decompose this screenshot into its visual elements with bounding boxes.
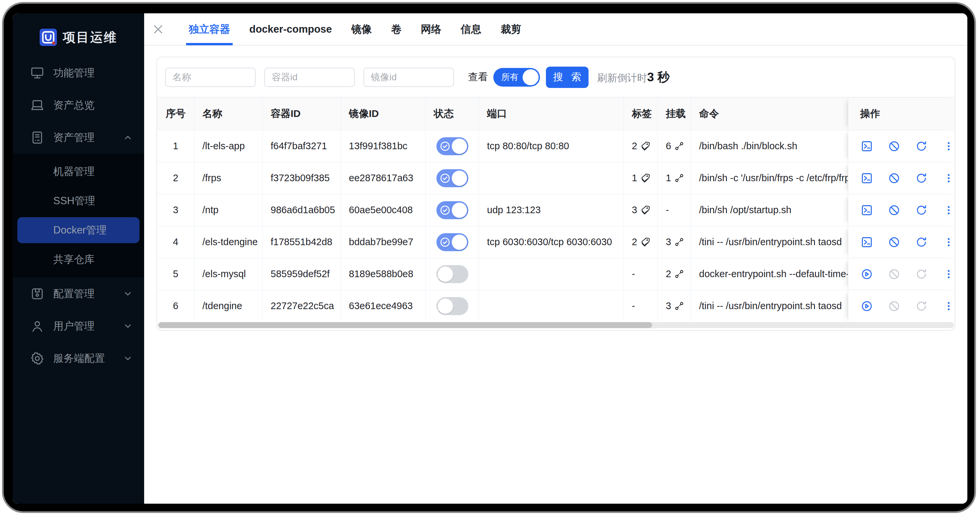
restart-icon[interactable]: [915, 204, 928, 217]
close-icon[interactable]: [151, 23, 165, 36]
monitor-icon: [30, 65, 45, 80]
more-icon[interactable]: [942, 204, 955, 217]
sidebar-item[interactable]: 资产管理: [13, 121, 144, 153]
status-switch[interactable]: [436, 169, 468, 187]
link-icon: [674, 173, 684, 183]
tab-网络[interactable]: 网络: [421, 13, 441, 45]
cell-command: /tini -- /usr/bin/entrypoint.sh taosd: [691, 290, 848, 322]
status-switch[interactable]: [436, 201, 468, 219]
cell-command: docker-entrypoint.sh --default-time-: [691, 258, 848, 290]
tags-count: -: [632, 300, 635, 311]
tab-独立容器[interactable]: 独立容器: [189, 13, 230, 45]
cell-image-id: bddab7be99e7: [341, 226, 426, 258]
refresh-countdown: 刷新倒计时3 秒: [597, 69, 670, 86]
server-icon: [30, 130, 45, 145]
terminal-icon[interactable]: [860, 204, 873, 217]
stop-icon[interactable]: [888, 204, 901, 217]
containers-table: 序号名称容器ID镜像ID状态端口标签挂载命令操作 1/lt-els-appf64…: [157, 97, 955, 328]
restart-icon[interactable]: [915, 236, 928, 249]
terminal-icon[interactable]: [860, 140, 873, 153]
more-icon[interactable]: [942, 172, 955, 185]
sidebar-item[interactable]: 配置管理: [13, 278, 144, 310]
sidebar-subitem[interactable]: SSH管理: [13, 186, 144, 215]
cell-name: /lt-els-app: [194, 130, 262, 162]
sidebar-item[interactable]: 资产总览: [13, 89, 144, 121]
sidebar-item-label: 服务端配置: [53, 351, 123, 365]
column-header: 命令: [691, 97, 848, 130]
tag-icon: [640, 237, 651, 247]
column-header: 镜像ID: [341, 97, 426, 130]
cell-status: [426, 162, 479, 194]
more-icon[interactable]: [942, 140, 955, 153]
cell-container-id: f178551b42d8: [262, 226, 341, 258]
cell-name: /els-mysql: [194, 258, 262, 290]
status-switch[interactable]: [436, 137, 468, 155]
cell-mounts: 3: [658, 290, 691, 322]
sidebar: 项目运维 功能管理资产总览资产管理机器管理SSH管理Docker管理共享仓库配置…: [13, 13, 144, 504]
sidebar-item[interactable]: 功能管理: [13, 57, 144, 89]
sidebar-item-label: 配置管理: [53, 287, 123, 301]
stop-icon[interactable]: [888, 236, 901, 249]
app-title: 项目运维: [63, 29, 118, 46]
tab-docker-compose[interactable]: docker-compose: [249, 13, 332, 45]
sidebar-subitem[interactable]: Docker管理: [18, 217, 140, 243]
sidebar-subitem[interactable]: 共享仓库: [13, 245, 144, 274]
column-header: 序号: [157, 97, 194, 130]
table-row: 4/els-tdenginef178551b42d8bddab7be99e7tc…: [157, 226, 955, 258]
column-header: 名称: [194, 97, 262, 130]
start-icon[interactable]: [860, 300, 873, 313]
cell-actions: [848, 162, 955, 194]
tag-icon: [640, 205, 651, 215]
view-label: 查看: [468, 70, 488, 84]
stop-icon[interactable]: [888, 140, 901, 153]
status-switch[interactable]: [436, 233, 468, 251]
cell-actions: [848, 258, 955, 290]
sidebar-item[interactable]: 服务端配置: [13, 342, 144, 375]
tab-裁剪[interactable]: 裁剪: [501, 13, 521, 45]
app-window: 项目运维 功能管理资产总览资产管理机器管理SSH管理Docker管理共享仓库配置…: [13, 13, 967, 504]
cell-ports: tcp 80:80/tcp 80:80: [479, 130, 624, 162]
restart-icon[interactable]: [915, 140, 928, 153]
sidebar-item-label: 功能管理: [53, 66, 133, 80]
sidebar-submenu: 机器管理SSH管理Docker管理共享仓库: [13, 153, 144, 278]
switch-knob: [438, 266, 453, 282]
tab-卷[interactable]: 卷: [391, 13, 401, 45]
name-filter-input[interactable]: [165, 68, 256, 87]
column-header: 挂载: [658, 97, 691, 130]
switch-knob: [438, 298, 453, 314]
search-button[interactable]: 搜 索: [546, 67, 589, 88]
sidebar-item[interactable]: 用户管理: [13, 310, 144, 342]
status-switch[interactable]: [436, 265, 468, 283]
tab-镜像[interactable]: 镜像: [351, 13, 372, 45]
sidebar-subitem[interactable]: 机器管理: [13, 157, 144, 186]
check-circle-icon: [436, 236, 451, 248]
view-all-toggle[interactable]: 所有: [493, 68, 540, 87]
image-id-filter-input[interactable]: [364, 68, 454, 87]
cell-tags: 3: [624, 194, 658, 226]
more-icon[interactable]: [942, 300, 955, 313]
start-icon[interactable]: [860, 268, 873, 281]
cell-index: 4: [157, 226, 194, 258]
terminal-icon[interactable]: [860, 236, 873, 249]
tab-信息[interactable]: 信息: [461, 13, 481, 45]
restart-icon[interactable]: [915, 172, 928, 185]
link-icon: [674, 301, 684, 311]
cell-mounts: 6: [658, 130, 691, 162]
status-switch[interactable]: [436, 297, 468, 315]
cell-mounts: 3: [658, 226, 691, 258]
restart-icon: [915, 300, 928, 313]
table-row: 2/frpsf3723b09f385ee2878617a6311/bin/sh …: [157, 162, 955, 194]
cell-name: /tdengine: [194, 290, 262, 322]
container-id-filter-input[interactable]: [264, 68, 355, 87]
check-circle-icon: [436, 204, 451, 216]
check-circle-icon: [436, 140, 451, 152]
cell-status: [426, 130, 479, 162]
cell-mounts: 2: [658, 258, 691, 290]
tag-icon: [640, 141, 651, 151]
scrollbar-thumb[interactable]: [158, 322, 652, 328]
terminal-icon[interactable]: [860, 172, 873, 185]
cell-name: /els-tdengine: [194, 226, 262, 258]
stop-icon[interactable]: [888, 172, 901, 185]
more-icon[interactable]: [942, 268, 955, 281]
more-icon[interactable]: [942, 236, 955, 249]
